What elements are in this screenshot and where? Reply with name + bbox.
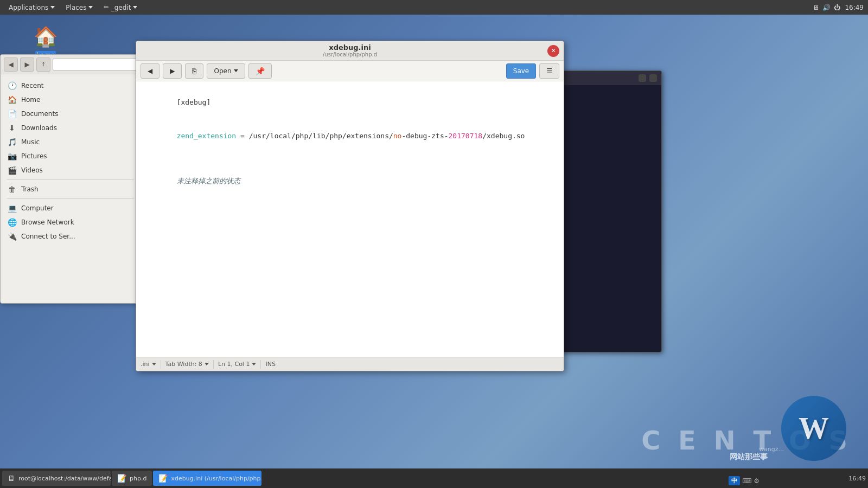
terminal-fullscreen-btn[interactable]: [649, 74, 657, 82]
open-label: Open: [214, 67, 231, 75]
position-arrow: [252, 363, 256, 365]
sidebar-item-computer[interactable]: 💻 Computer: [1, 201, 141, 215]
ime-icon[interactable]: 中: [729, 476, 740, 485]
code-zend-ext: zend_extension: [177, 132, 237, 140]
home-icon: 🏠: [33, 24, 59, 50]
sidebar-item-trash[interactable]: 🗑 Trash: [1, 182, 141, 196]
power-icon: ⏻: [834, 4, 840, 11]
status-sep-2: [213, 360, 214, 369]
tab-width-label: Tab Width: 8: [165, 361, 202, 368]
gedit-content[interactable]: [xdebug] zend_extension = /usr/local/php…: [136, 81, 564, 357]
fm-back-button[interactable]: ◀: [4, 57, 18, 72]
terminal-taskbar-label: root@localhost:/data/www/defau...: [18, 475, 111, 482]
w-circle: W: [781, 396, 846, 461]
taskbar-right: 16:49: [848, 475, 866, 482]
applications-label: Applications: [9, 4, 48, 11]
taskbar-item-gedit[interactable]: 📝 xdebug.ini (/usr/local/php/php.d) –...: [153, 471, 261, 486]
sidebar-item-documents[interactable]: 📄 Documents: [1, 107, 141, 121]
trash-sidebar-label: Trash: [21, 185, 39, 193]
ins-label: INS: [265, 361, 275, 368]
php-taskbar-label: php.d: [130, 475, 146, 482]
downloads-icon: ⬇: [7, 124, 17, 132]
sidebar-item-pictures[interactable]: 📷 Pictures: [1, 149, 141, 163]
browse-network-label: Browse Network: [21, 219, 74, 226]
ime-tray: 中 ⌨ ⚙: [729, 476, 760, 485]
gedit-window: xdebug.ini /usr/local/php/php.d ✕ ◀ ▶ ⎘ …: [136, 41, 564, 371]
status-sep-1: [161, 360, 161, 369]
sidebar-item-music[interactable]: 🎵 Music: [1, 135, 141, 149]
code-date: 20170718: [449, 132, 483, 140]
music-icon: 🎵: [7, 138, 17, 146]
gedit-open-button[interactable]: Open: [207, 63, 245, 79]
status-file-type[interactable]: .ini: [141, 361, 156, 368]
code-equals: = /usr/local/php/lib/php/extensions/: [236, 132, 393, 140]
php-taskbar-icon: 📝: [117, 474, 126, 483]
code-line-4: 未注释掉之前的状态: [143, 165, 557, 198]
fm-up-button[interactable]: ↑: [36, 57, 50, 72]
menu-gedit[interactable]: ✏️ _gedit: [99, 2, 142, 13]
taskbar-item-php[interactable]: 📝 php.d: [112, 471, 152, 486]
code-line-1: [xdebug]: [143, 86, 557, 119]
documents-icon: 📄: [7, 110, 17, 118]
taskbar-item-terminal[interactable]: 🖥 root@localhost:/data/www/defau...: [2, 471, 111, 486]
videos-label: Videos: [21, 166, 43, 174]
code-bracket: [xdebug]: [177, 98, 211, 106]
sidebar-item-home[interactable]: 🏠 Home: [1, 93, 141, 107]
sidebar-item-recent[interactable]: 🕐 Recent: [1, 79, 141, 93]
ime-icon2: ⌨: [742, 477, 751, 485]
gedit-forward-button[interactable]: ▶: [163, 63, 182, 79]
file-type-label: .ini: [141, 361, 150, 368]
file-manager-toolbar: ◀ ▶ ↑: [1, 55, 141, 74]
documents-label: Documents: [21, 110, 58, 118]
computer-icon: 💻: [7, 204, 17, 213]
file-manager-window: ◀ ▶ ↑ 🕐 Recent 🏠 Home 📄 Documents ⬇ Down…: [0, 54, 141, 304]
gedit-menu-button[interactable]: ☰: [539, 63, 559, 79]
code-line-2: zend_extension = /usr/local/php/lib/php/…: [143, 119, 557, 153]
gedit-toolbar: ◀ ▶ ⎘ Open 📌 Save ☰: [136, 61, 564, 81]
menu-places[interactable]: Places: [61, 2, 97, 13]
code-comment: 未注释掉之前的状态: [177, 177, 240, 185]
gedit-pin-button[interactable]: 📌: [248, 63, 272, 79]
connect-server-label: Connect to Ser...: [21, 233, 75, 240]
trash-sidebar-icon: 🗑: [7, 185, 17, 194]
fm-address-bar[interactable]: [53, 59, 137, 70]
connect-server-icon: 🔌: [7, 232, 17, 241]
fm-forward-button[interactable]: ▶: [20, 57, 34, 72]
gedit-close-button[interactable]: ✕: [547, 45, 559, 57]
sidebar-item-browse-network[interactable]: 🌐 Browse Network: [1, 215, 141, 229]
downloads-label: Downloads: [21, 124, 57, 132]
screen-icon: 🖥: [813, 4, 819, 11]
gedit-taskbar-label: xdebug.ini (/usr/local/php/php.d) –...: [171, 475, 261, 482]
gedit-save-button[interactable]: Save: [506, 63, 536, 79]
save-label: Save: [513, 67, 529, 75]
home-sidebar-label: Home: [21, 96, 40, 104]
sidebar-item-downloads[interactable]: ⬇ Downloads: [1, 121, 141, 135]
gedit-statusbar: .ini Tab Width: 8 Ln 1, Col 1 INS: [136, 357, 564, 371]
status-tab-width[interactable]: Tab Width: 8: [165, 361, 209, 368]
gedit-filename: xdebug.ini: [323, 43, 377, 52]
site-name-watermark: 网站那些事: [730, 452, 768, 462]
gedit-menu-label: _gedit: [111, 4, 131, 11]
terminal-restore-btn[interactable]: [639, 74, 646, 82]
recent-label: Recent: [21, 82, 43, 89]
status-sep-3: [260, 360, 261, 369]
menubar: Applications Places ✏️ _gedit 🖥 🔊 ⏻ 16:4…: [0, 0, 868, 15]
file-type-arrow: [152, 363, 156, 365]
ime-settings: ⚙: [754, 477, 760, 485]
recent-icon: 🕐: [7, 81, 17, 90]
sidebar-divider-2: [7, 198, 134, 199]
sidebar-item-connect-server[interactable]: 🔌 Connect to Ser...: [1, 229, 141, 243]
code-line-3: [143, 153, 557, 165]
open-arrow: [234, 69, 238, 72]
position-label: Ln 1, Col 1: [218, 361, 250, 368]
status-ins[interactable]: INS: [265, 361, 275, 368]
menu-applications[interactable]: Applications: [4, 2, 59, 13]
places-label: Places: [66, 4, 86, 11]
desktop: Applications Places ✏️ _gedit 🖥 🔊 ⏻ 16:4…: [0, 0, 868, 488]
gedit-copy-button[interactable]: ⎘: [185, 63, 203, 79]
sidebar-item-videos[interactable]: 🎬 Videos: [1, 163, 141, 177]
tab-width-arrow: [205, 363, 209, 365]
gedit-back-button[interactable]: ◀: [141, 63, 159, 79]
status-position[interactable]: Ln 1, Col 1: [218, 361, 257, 368]
file-manager-sidebar: 🕐 Recent 🏠 Home 📄 Documents ⬇ Downloads …: [1, 74, 141, 248]
